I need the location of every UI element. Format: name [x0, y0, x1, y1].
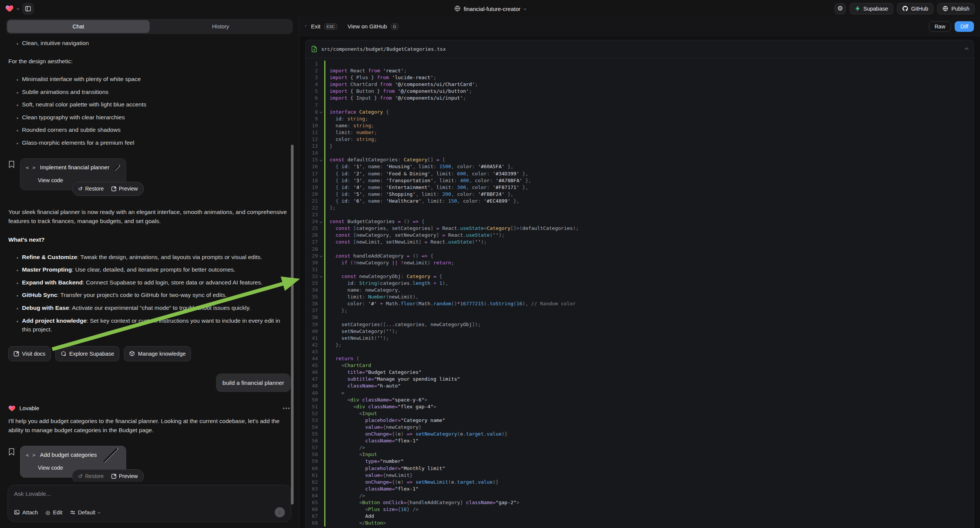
chat-scroll-area[interactable]: Clean, intuitive navigation For the desi…: [0, 34, 299, 482]
code-line: 14: [306, 149, 974, 156]
code-text: if (!newCategory || !newLimit) return;: [324, 259, 974, 266]
fold-spacer: [318, 321, 324, 328]
fold-spacer: [318, 485, 324, 492]
fold-spacer: [318, 383, 324, 390]
fold-spacer: [318, 95, 324, 102]
bookmark-icon[interactable]: [8, 161, 15, 190]
code-text: className="h-auto": [324, 383, 974, 390]
code-line: 6import { Input } from '@/components/ui/…: [306, 95, 974, 102]
line-number: 16: [306, 163, 318, 170]
fold-chevron-icon[interactable]: [318, 273, 324, 280]
code-text: import { Plus } from 'lucide-react';: [324, 74, 974, 81]
list-item: Subtle animations and transitions: [22, 87, 291, 97]
fold-spacer: [318, 499, 324, 506]
code-line: 45 <ChartCard: [306, 362, 974, 369]
code-line: 32 const newCategoryObj: Category = {: [306, 273, 974, 280]
line-number: 6: [306, 95, 318, 102]
diff-toggle-button[interactable]: Diff: [955, 21, 974, 32]
explore-supabase-label: Explore Supabase: [69, 350, 115, 358]
chat-scrollbar[interactable]: [291, 145, 294, 504]
edit-mode-button[interactable]: ◎ Edit: [45, 509, 62, 515]
code-line: 2import React from 'react';: [306, 67, 974, 74]
list-item: Glass-morphic elements for a premium fee…: [22, 138, 291, 147]
settings-button[interactable]: ⚙: [835, 3, 846, 14]
file-header[interactable]: src/components/budget/BudgetCategories.t…: [306, 40, 974, 58]
fold-spacer: [318, 88, 324, 95]
line-number: 14: [306, 149, 318, 156]
code-line: 54 value={newCategory}: [306, 424, 974, 431]
fold-spacer: [318, 472, 324, 479]
line-number: 52: [306, 410, 318, 417]
code-line: 9 id: string;: [306, 116, 974, 122]
fold-chevron-icon[interactable]: [318, 156, 324, 163]
restore-button[interactable]: ↺ Restore: [78, 472, 104, 480]
code-text: { id: '3', name: 'Transportation', limit…: [324, 177, 974, 184]
fold-chevron-icon[interactable]: [318, 253, 324, 259]
preview-button[interactable]: Preview: [111, 185, 138, 193]
code-line: 59 type="number": [306, 458, 974, 465]
project-switcher[interactable]: financial-future-creator: [454, 5, 526, 12]
view-on-github-button[interactable]: View on GitHub G: [348, 23, 399, 30]
exit-button[interactable]: Exit ESC: [305, 23, 337, 30]
bookmark-icon[interactable]: [8, 448, 15, 478]
line-number: 49: [306, 390, 318, 396]
send-button[interactable]: ↑: [275, 507, 285, 517]
message-options-button[interactable]: •••: [283, 404, 291, 412]
tab-chat[interactable]: Chat: [7, 20, 150, 33]
preview-button[interactable]: Preview: [111, 472, 138, 480]
lovable-logo-icon[interactable]: [5, 5, 14, 13]
fold-spacer: [318, 348, 324, 355]
list-item: Rounded corners and subtle shadows: [22, 126, 291, 134]
code-text: <Input: [324, 451, 974, 458]
restore-icon: ↺: [78, 185, 83, 193]
restore-icon: ↺: [78, 472, 83, 480]
code-text: className="flex-1": [324, 485, 974, 492]
supabase-button[interactable]: Supabase: [850, 3, 893, 14]
restore-button[interactable]: ↺ Restore: [78, 185, 104, 193]
manage-knowledge-button[interactable]: Manage knowledge: [124, 346, 191, 361]
chat-input[interactable]: [14, 490, 285, 504]
code-text: return (: [324, 355, 974, 362]
code-text: { id: '5', name: 'Shopping', limit: 200,…: [324, 191, 974, 198]
collapse-file-button[interactable]: [965, 46, 968, 52]
attach-button[interactable]: Attach: [14, 509, 38, 515]
fold-chevron-icon[interactable]: [318, 218, 324, 225]
fold-spacer: [318, 280, 324, 287]
publish-button[interactable]: Publish: [937, 3, 975, 14]
code-line: 55 onChange={(e) => setNewCategory(e.tar…: [306, 431, 974, 437]
fold-spacer: [318, 177, 324, 184]
fold-spacer: [318, 424, 324, 431]
line-number: 45: [306, 362, 318, 369]
sidebar-toggle-button[interactable]: [22, 3, 34, 14]
line-number: 43: [306, 348, 318, 355]
fold-chevron-icon[interactable]: [318, 109, 324, 116]
line-number: 33: [306, 280, 318, 287]
code-line: 65 <Button onClick={handleAddCategory} c…: [306, 499, 974, 506]
fold-spacer: [318, 60, 324, 67]
fold-spacer: [318, 239, 324, 245]
model-selector[interactable]: Default: [70, 509, 100, 515]
code-line: 33 id: String(categories.length + 1),: [306, 280, 974, 287]
code-line: 53 placeholder="Category name": [306, 417, 974, 424]
chevron-left-icon: [305, 25, 308, 28]
line-number: 34: [306, 287, 318, 294]
line-number: 23: [306, 212, 318, 218]
code-line: 46 title="Budget Categories": [306, 369, 974, 376]
code-line: 22];: [306, 205, 974, 212]
raw-toggle-button[interactable]: Raw: [929, 21, 951, 32]
tab-history[interactable]: History: [150, 20, 292, 33]
code-line: 12 color: string;: [306, 136, 974, 143]
github-icon: [902, 6, 908, 11]
logo-menu-chevron-icon[interactable]: [17, 7, 19, 10]
github-button[interactable]: GitHub: [897, 3, 934, 14]
line-number: 2: [306, 67, 318, 74]
gear-icon: ⚙: [837, 5, 843, 12]
fold-spacer: [318, 184, 324, 191]
code-line: 58 <Input: [306, 451, 974, 458]
code-text: />: [324, 444, 974, 451]
visit-docs-button[interactable]: Visit docs: [8, 346, 51, 361]
explore-supabase-button[interactable]: Explore Supabase: [55, 346, 120, 361]
line-number: 58: [306, 451, 318, 458]
code-text: import React from 'react';: [324, 67, 974, 74]
code-line: 49 >: [306, 390, 974, 396]
